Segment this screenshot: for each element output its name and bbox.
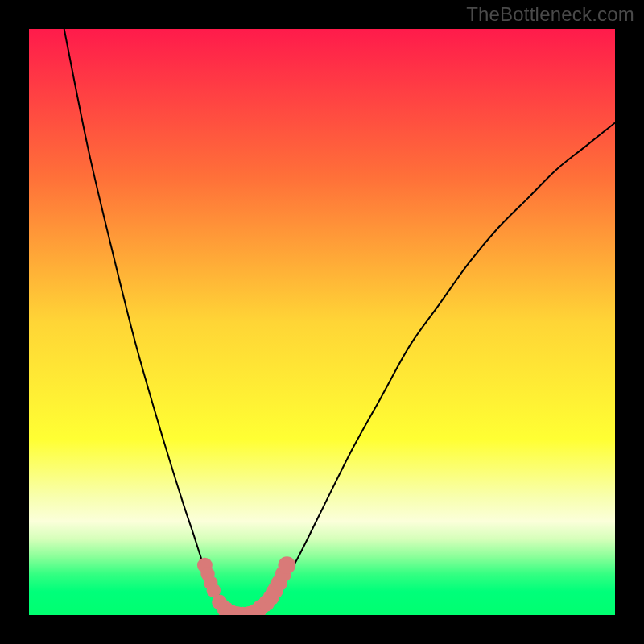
watermark-text: TheBottleneck.com [466, 3, 634, 26]
plot-area [29, 29, 615, 615]
chart-outer-frame: TheBottleneck.com [0, 0, 644, 644]
data-marker [278, 556, 295, 574]
chart-svg [29, 29, 615, 615]
plot-background [29, 29, 615, 615]
